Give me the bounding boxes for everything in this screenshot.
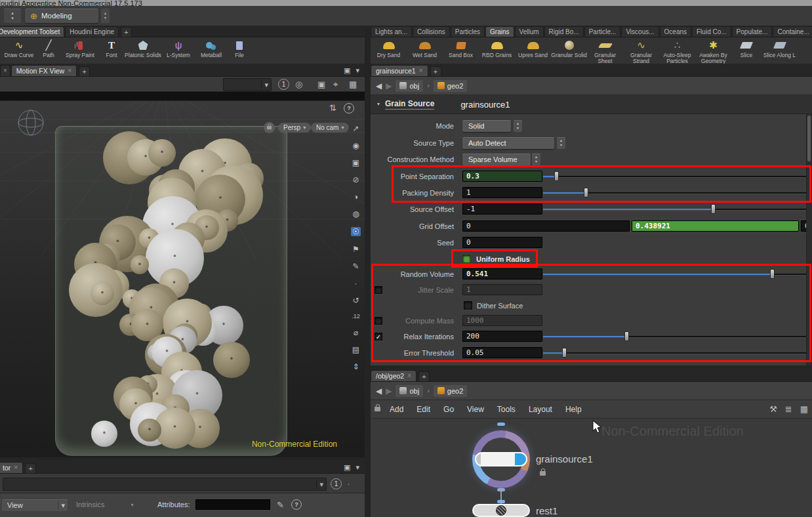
menu-go[interactable]: Go [437, 400, 460, 419]
nav-forward-icon[interactable]: ▶ [386, 82, 392, 90]
shelf-tab-containers[interactable]: Containe... [773, 26, 812, 37]
shelf-tool-metaball[interactable]: Metaball [195, 39, 227, 65]
reset-view-icon[interactable]: ↺ [352, 297, 359, 304]
shelf-tab-fluid-containers[interactable]: Fluid Co... [692, 26, 731, 37]
breadcrumb-obj[interactable]: obj [396, 80, 423, 92]
snapshot-icon[interactable]: ▣ [317, 80, 325, 89]
menu-view[interactable]: View [460, 400, 491, 419]
tab-network-obj-geo2[interactable]: /obj/geo2 × [371, 370, 416, 381]
shelf-tool-auto-sleep-particles[interactable]: ∴ Auto-Sleep Particles [659, 39, 695, 65]
tab-motion-fx-view[interactable]: Motion FX View × [11, 65, 77, 76]
material-sphere-icon[interactable]: ◍ [352, 210, 359, 218]
secure-selection-icon[interactable]: ◉ [352, 142, 359, 150]
copy-page-icon[interactable]: ✎ [277, 501, 284, 509]
shelf-tool-wet-sand[interactable]: Wet Sand [407, 39, 443, 65]
shelf-tool-platonic-solids[interactable]: Platonic Solids [125, 39, 161, 65]
packing-density-field[interactable]: 1 [462, 187, 542, 198]
shelf-tab-lights[interactable]: Lights an... [371, 26, 412, 37]
grid-view-icon[interactable]: ▦ [800, 405, 808, 413]
camera-lock-button[interactable] [264, 122, 275, 133]
node-input-connector[interactable] [497, 423, 505, 426]
compute-mass-field[interactable]: 1000 [462, 315, 542, 326]
tools-toggle-icon[interactable]: ⚒ [769, 405, 777, 413]
scroll-arrows-icon[interactable]: ⇕ [352, 363, 359, 371]
random-volume-field[interactable]: 0.541 [462, 268, 542, 279]
shelf-tab-rigid-bodies[interactable]: Rigid Bo... [544, 26, 584, 37]
radius-display-icon[interactable]: ⌀ [354, 329, 358, 337]
uniform-radius-checkbox[interactable] [462, 255, 471, 263]
export-view-icon[interactable]: ↗ [352, 125, 359, 133]
network-lock-icon[interactable] [375, 407, 380, 411]
point-separation-field[interactable]: 0.3 [462, 171, 542, 182]
shelf-tab-particle-fluids[interactable]: Particle... [584, 26, 621, 37]
mode-select[interactable]: Solid [462, 120, 511, 132]
shelf-tab-collisions[interactable]: Collisions [413, 26, 450, 37]
group-dropdown[interactable]: Intrinsics ▾ [76, 501, 133, 508]
background-image-icon[interactable]: ▤ [352, 346, 359, 354]
shading-mode-icon[interactable]: ◑ [354, 193, 358, 201]
scene-viewport[interactable]: Persp ▾ No cam ▾ ⇅ ? ↗ ◉ ▣ ⊘ ◑ ◍ ☉ ⚑ ✎ ∙… [0, 92, 365, 457]
menu-tools[interactable]: Tools [491, 400, 522, 419]
shelf-tab-particles[interactable]: Particles [451, 26, 485, 37]
nav-forward-icon[interactable]: ▶ [386, 387, 392, 395]
pane-splitter-vertical[interactable] [365, 26, 371, 517]
menu-add[interactable]: Add [383, 400, 410, 419]
shelf-tab-houdini-engine[interactable]: Houdini Engine [65, 26, 119, 37]
shelf-tab-viscous[interactable]: Viscous... [621, 26, 659, 37]
add-pane-tab-button[interactable]: + [79, 66, 90, 76]
relax-iterations-slider[interactable] [543, 331, 811, 342]
add-pane-tab-button[interactable]: + [430, 66, 441, 76]
render-view-icon[interactable]: ◎ [295, 80, 302, 89]
help-icon[interactable]: ? [291, 499, 302, 510]
close-icon[interactable]: × [407, 371, 411, 381]
pane-menu-icon[interactable]: ▾ [355, 67, 359, 74]
close-icon[interactable]: × [14, 463, 18, 473]
desktop-mode-spinner[interactable]: ▲ ▼ [101, 9, 110, 23]
help-icon[interactable]: ? [344, 103, 354, 114]
close-icon[interactable]: × [3, 66, 7, 76]
link-badge[interactable]: 1 [331, 478, 342, 489]
node-path-dropdown[interactable]: ▾ [3, 478, 327, 491]
error-threshold-field[interactable]: 0.05 [462, 347, 542, 358]
node-grainsource1[interactable] [475, 452, 527, 466]
shelf-tool-l-system[interactable]: ψ L-System [161, 39, 195, 65]
menu-help[interactable]: Help [559, 400, 588, 419]
params-scrollbar[interactable] [806, 114, 812, 365]
close-icon[interactable]: × [419, 66, 423, 76]
source-type-select[interactable]: Auto Detect [462, 137, 554, 149]
construction-method-select[interactable]: Sparse Volume [462, 154, 531, 165]
construction-method-spinner[interactable]: ▲▼ [532, 154, 540, 165]
tab-grainsource1-params[interactable]: grainsource1 × [371, 65, 428, 76]
maximize-pane-icon[interactable]: ▣ [344, 464, 350, 471]
breadcrumb-geo2[interactable]: geo2 [434, 385, 467, 397]
persp-view-dropdown[interactable]: Persp ▾ [278, 123, 311, 133]
shelf-tool-path[interactable]: ╱ Path [35, 39, 62, 65]
add-pane-tab-button[interactable]: + [418, 371, 430, 381]
shelf-tool-awaken-by-geometry[interactable]: ✱ Awaken By Geometry [695, 39, 731, 65]
node-display-flag[interactable] [515, 453, 526, 465]
error-threshold-slider[interactable] [543, 347, 811, 358]
pin-icon[interactable]: ∙ [348, 480, 350, 487]
random-volume-slider[interactable] [543, 268, 811, 279]
shelf-tool-file[interactable]: File [227, 39, 252, 65]
node-output-connector[interactable] [497, 488, 505, 491]
pane-arrows-widget[interactable]: ▲ ▼ [4, 9, 21, 23]
shelf-tool-font[interactable]: T Font [98, 39, 125, 65]
network-canvas[interactable]: Non-Commercial Edition grainsource1 rest… [371, 419, 812, 517]
shelf-tab-oceans[interactable]: Oceans [660, 26, 691, 37]
shelf-tool-slice[interactable]: Slice [731, 39, 761, 65]
shelf-tool-upres-sand[interactable]: Upres Sand [515, 39, 551, 65]
pane-menu-icon[interactable]: ▾ [355, 464, 359, 471]
seed-field[interactable]: 0 [462, 237, 542, 248]
show-handles-icon[interactable]: ▣ [352, 159, 359, 167]
precision-display-icon[interactable]: .12 [352, 314, 360, 320]
shelf-tool-dry-sand[interactable]: Dry Sand [371, 39, 407, 65]
source-offset-field[interactable]: -1 [462, 203, 542, 215]
sort-icon[interactable]: ⇅ [329, 104, 336, 112]
node-input-connector[interactable] [497, 500, 505, 503]
node-rest1[interactable] [472, 504, 530, 517]
flag-display-icon[interactable]: ⚑ [352, 245, 359, 253]
shelf-tab-vellum[interactable]: Vellum [515, 26, 544, 37]
camera-select-dropdown[interactable]: No cam ▾ [311, 123, 349, 133]
source-type-spinner[interactable]: ▲▼ [557, 137, 565, 149]
